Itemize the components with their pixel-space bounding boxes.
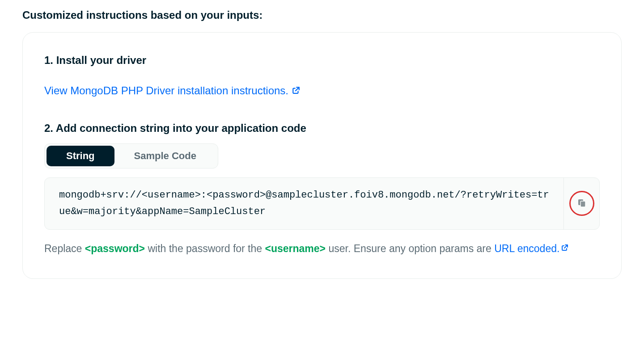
install-driver-link[interactable]: View MongoDB PHP Driver installation ins… <box>44 84 300 97</box>
copy-button[interactable] <box>569 191 594 216</box>
connection-string-text: mongodb+srv://<username>:<password>@samp… <box>45 178 564 229</box>
svg-rect-1 <box>580 201 585 207</box>
username-token: <username> <box>265 243 326 254</box>
connection-string-box: mongodb+srv://<username>:<password>@samp… <box>44 177 600 230</box>
tab-group: String Sample Code <box>44 143 218 168</box>
url-encoded-link[interactable]: URL encoded. <box>494 243 569 254</box>
copy-column <box>564 178 599 229</box>
external-link-icon <box>561 244 569 252</box>
hint-prefix: Replace <box>44 243 85 254</box>
step1-title: 1. Install your driver <box>44 54 600 67</box>
step2-title: 2. Add connection string into your appli… <box>44 122 600 135</box>
tab-string[interactable]: String <box>47 146 114 166</box>
hint-text: Replace <password> with the password for… <box>44 240 600 257</box>
password-token: <password> <box>85 243 145 254</box>
url-encoded-text: URL encoded. <box>494 243 559 254</box>
page-heading: Customized instructions based on your in… <box>22 9 622 21</box>
hint-mid2: user. Ensure any option params are <box>326 243 494 254</box>
install-driver-link-text: View MongoDB PHP Driver installation ins… <box>44 84 288 97</box>
copy-icon <box>576 198 587 210</box>
instructions-card: 1. Install your driver View MongoDB PHP … <box>22 32 622 279</box>
external-link-icon <box>292 86 300 94</box>
hint-mid1: with the password for the <box>145 243 265 254</box>
tab-sample-code[interactable]: Sample Code <box>114 146 216 166</box>
